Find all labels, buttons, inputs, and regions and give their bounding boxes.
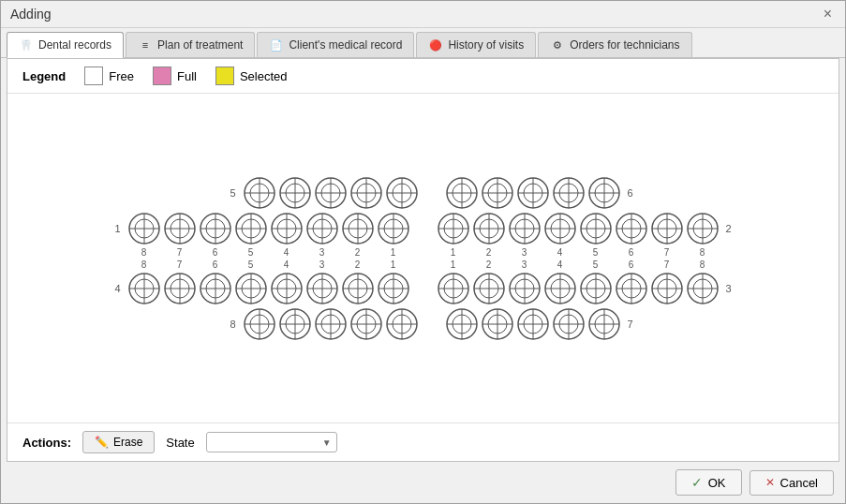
- tooth-13[interactable]: [305, 212, 339, 245]
- tooth-45[interactable]: [234, 272, 268, 305]
- tooth-34[interactable]: [543, 272, 577, 305]
- tooth-71[interactable]: [445, 307, 479, 341]
- close-button[interactable]: ×: [820, 7, 836, 22]
- num-6rl: 6: [615, 259, 648, 270]
- tooth-46[interactable]: [199, 272, 232, 305]
- erase-label: Erase: [113, 436, 142, 449]
- tooth-21[interactable]: [437, 212, 470, 245]
- num-6ll: 6: [199, 259, 232, 270]
- gear-icon: ⚙: [550, 37, 565, 52]
- tooth-38[interactable]: [686, 272, 720, 305]
- tooth-37[interactable]: [650, 272, 684, 305]
- tab-orders[interactable]: ⚙ Orders for technicians: [538, 32, 691, 57]
- tooth-64[interactable]: [552, 176, 586, 210]
- quadrant-6: 6: [623, 187, 638, 199]
- tooth-55[interactable]: [385, 176, 419, 210]
- tooth-44[interactable]: [270, 272, 304, 305]
- tooth-51[interactable]: [243, 176, 276, 210]
- tooth-28[interactable]: [686, 212, 720, 245]
- row-87: 8 7: [209, 307, 638, 341]
- num-6r: 6: [615, 247, 648, 258]
- tooth-22[interactable]: [472, 212, 506, 245]
- tooth-83[interactable]: [314, 307, 348, 341]
- tooth-84[interactable]: [278, 307, 312, 341]
- ok-button[interactable]: ✓ OK: [675, 469, 742, 496]
- tab-history-label: History of visits: [448, 38, 524, 52]
- tab-dental[interactable]: 🦷 Dental records: [7, 32, 124, 58]
- tooth-41[interactable]: [377, 272, 410, 305]
- content-area: Legend Free Full Selected 5: [7, 58, 839, 462]
- tooth-15[interactable]: [234, 212, 268, 245]
- num-1rl: 1: [437, 259, 470, 270]
- tooth-74[interactable]: [552, 307, 586, 341]
- tooth-48[interactable]: [127, 272, 161, 305]
- legend-free: Free: [84, 67, 134, 85]
- num-6l: 6: [199, 247, 232, 258]
- tooth-85[interactable]: [243, 307, 276, 341]
- tooth-54[interactable]: [349, 176, 383, 210]
- tooth-43[interactable]: [305, 272, 339, 305]
- num-2rl: 2: [472, 259, 506, 270]
- tooth-33[interactable]: [508, 272, 542, 305]
- tooth-16[interactable]: [199, 212, 232, 245]
- erase-button[interactable]: ✏️ Erase: [82, 431, 155, 453]
- tooth-65[interactable]: [587, 176, 621, 210]
- quadrant-3: 3: [721, 283, 736, 294]
- tab-medical[interactable]: 📄 Client's medical record: [257, 32, 414, 57]
- tooth-17[interactable]: [163, 212, 197, 245]
- tooth-72[interactable]: [481, 307, 514, 341]
- row-12-nums: 8 7 6 5 4 3 2 1 1 2 3 4 5 6 7 8: [111, 247, 736, 258]
- tooth-36[interactable]: [615, 272, 648, 305]
- row-12-teeth: 1 2: [111, 212, 736, 245]
- tooth-14[interactable]: [270, 212, 304, 245]
- num-3r: 3: [508, 247, 542, 258]
- num-1l: 1: [377, 247, 410, 258]
- tooth-75[interactable]: [587, 307, 621, 341]
- teeth-area: 5: [7, 94, 839, 422]
- tab-plan[interactable]: ≡ Plan of treatment: [126, 32, 255, 57]
- tooth-35[interactable]: [579, 272, 613, 305]
- tooth-62[interactable]: [481, 176, 514, 210]
- tooth-32[interactable]: [472, 272, 506, 305]
- quadrant-4: 4: [111, 283, 126, 294]
- cancel-button[interactable]: ✕ Cancel: [750, 470, 834, 496]
- legend-selected: Selected: [215, 67, 288, 85]
- num-2r: 2: [472, 247, 506, 258]
- ok-icon: ✓: [691, 475, 703, 490]
- footer: ✓ OK ✕ Cancel: [1, 462, 845, 503]
- state-select[interactable]: [206, 432, 337, 452]
- tooth-82[interactable]: [349, 307, 383, 341]
- num-7ll: 7: [163, 259, 197, 270]
- tooth-47[interactable]: [163, 272, 197, 305]
- tooth-31[interactable]: [437, 272, 470, 305]
- title-bar: Adding ×: [1, 1, 845, 28]
- tooth-11[interactable]: [377, 212, 410, 245]
- full-label: Full: [177, 69, 197, 83]
- tooth-27[interactable]: [650, 212, 684, 245]
- tooth-25[interactable]: [579, 212, 613, 245]
- tooth-61[interactable]: [445, 176, 479, 210]
- tooth-42[interactable]: [341, 272, 375, 305]
- quadrant-2: 2: [721, 223, 736, 234]
- erase-icon: ✏️: [95, 436, 109, 449]
- num-4l: 4: [270, 247, 304, 258]
- tooth-12[interactable]: [341, 212, 375, 245]
- num-2l: 2: [341, 247, 375, 258]
- num-3rl: 3: [508, 259, 542, 270]
- tooth-52[interactable]: [278, 176, 312, 210]
- tab-dental-label: Dental records: [38, 38, 111, 52]
- tab-history[interactable]: 🔴 History of visits: [416, 32, 536, 57]
- history-icon: 🔴: [428, 37, 443, 52]
- row-43-teeth: 4 3: [111, 272, 736, 305]
- tooth-63[interactable]: [516, 176, 550, 210]
- quadrant-5: 5: [226, 187, 241, 199]
- tooth-24[interactable]: [543, 212, 577, 245]
- tooth-23[interactable]: [508, 212, 542, 245]
- tab-plan-label: Plan of treatment: [157, 38, 243, 52]
- tooth-73[interactable]: [516, 307, 550, 341]
- tab-bar: 🦷 Dental records ≡ Plan of treatment 📄 C…: [1, 28, 845, 58]
- tooth-53[interactable]: [314, 176, 348, 210]
- tooth-26[interactable]: [615, 212, 648, 245]
- tooth-18[interactable]: [127, 212, 161, 245]
- tooth-81[interactable]: [385, 307, 419, 341]
